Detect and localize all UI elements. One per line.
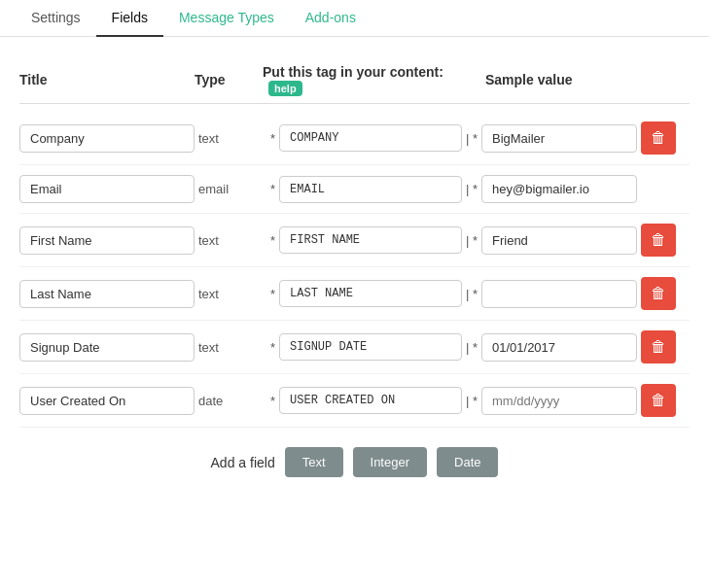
add-field-label: Add a field — [211, 455, 275, 470]
tab-fields[interactable]: Fields — [96, 0, 163, 37]
sample-input-first-name[interactable] — [481, 226, 637, 255]
tag-star-left: * — [270, 340, 275, 355]
tag-star-right: | * — [466, 233, 478, 248]
tag-wrapper-last-name: *| * — [270, 280, 478, 307]
header-sample: Sample value — [485, 72, 641, 87]
table-row: email*| * — [19, 165, 690, 214]
tag-star-left: * — [270, 182, 275, 196]
header-type: Type — [195, 72, 263, 87]
delete-button-first-name[interactable]: 🗑 — [641, 224, 676, 257]
field-type-user-created-on: date — [198, 394, 266, 408]
tab-settings[interactable]: Settings — [16, 0, 96, 37]
tag-star-right: | * — [466, 287, 478, 301]
table-header: Title Type Put this tag in your content:… — [19, 56, 690, 104]
field-title-company[interactable] — [19, 124, 195, 153]
delete-button-company[interactable]: 🗑 — [641, 121, 676, 155]
add-integer-button[interactable]: Integer — [353, 447, 427, 477]
fields-content: Title Type Put this tag in your content:… — [0, 37, 709, 506]
tab-message-types[interactable]: Message Types — [163, 0, 290, 37]
sample-input-company[interactable] — [481, 124, 637, 153]
field-title-email[interactable] — [19, 175, 195, 203]
sample-input-last-name[interactable] — [481, 280, 637, 308]
tag-input-last-name[interactable] — [279, 280, 462, 307]
tag-wrapper-email: *| * — [270, 176, 478, 203]
add-text-button[interactable]: Text — [285, 447, 343, 477]
tag-star-right: | * — [466, 394, 478, 408]
field-title-first-name[interactable] — [19, 226, 195, 255]
tag-star-right: | * — [466, 131, 478, 146]
table-row: text*| *🗑 — [19, 321, 690, 374]
field-title-last-name[interactable] — [19, 280, 195, 308]
field-type-email: email — [198, 182, 266, 196]
field-type-last-name: text — [198, 287, 266, 301]
tag-star-left: * — [270, 131, 275, 146]
tag-input-company[interactable] — [279, 124, 462, 152]
tab-add-ons[interactable]: Add-ons — [290, 0, 372, 37]
tag-star-left: * — [270, 233, 275, 248]
field-type-company: text — [198, 131, 266, 146]
sample-input-email[interactable] — [481, 175, 637, 203]
table-row: text*| *🗑 — [19, 267, 690, 321]
tag-input-user-created-on[interactable] — [279, 387, 462, 414]
table-row: date*| *🗑 — [19, 374, 690, 428]
tag-wrapper-signup-date: *| * — [270, 333, 478, 361]
tag-wrapper-first-name: *| * — [270, 226, 478, 254]
field-title-signup-date[interactable] — [19, 333, 195, 362]
tag-star-right: | * — [466, 340, 478, 355]
header-title: Title — [19, 72, 195, 87]
tab-bar: Settings Fields Message Types Add-ons — [0, 0, 709, 37]
tag-input-signup-date[interactable] — [279, 333, 462, 361]
sample-input-user-created-on[interactable] — [481, 387, 637, 415]
sample-input-signup-date[interactable] — [481, 333, 637, 362]
delete-button-signup-date[interactable]: 🗑 — [641, 330, 676, 363]
tag-star-right: | * — [466, 182, 478, 196]
field-type-signup-date: text — [198, 340, 266, 355]
tag-star-left: * — [270, 287, 275, 301]
tag-wrapper-user-created-on: *| * — [270, 387, 478, 414]
tag-input-email[interactable] — [279, 176, 462, 203]
tag-input-first-name[interactable] — [279, 226, 462, 254]
table-row: text*| *🗑 — [19, 214, 690, 267]
field-type-first-name: text — [198, 233, 266, 248]
tag-wrapper-company: *| * — [270, 124, 478, 152]
add-date-button[interactable]: Date — [437, 447, 498, 477]
delete-button-user-created-on[interactable]: 🗑 — [641, 384, 676, 417]
field-rows: text*| *🗑email*| *text*| *🗑text*| *🗑text… — [19, 112, 690, 428]
add-field-row: Add a field Text Integer Date — [19, 428, 690, 487]
header-tag: Put this tag in your content: help — [263, 64, 485, 95]
field-title-user-created-on[interactable] — [19, 387, 195, 415]
tag-star-left: * — [270, 394, 275, 408]
delete-button-last-name[interactable]: 🗑 — [641, 277, 676, 310]
help-badge[interactable]: help — [268, 81, 302, 96]
table-row: text*| *🗑 — [19, 112, 690, 165]
tabs-container: Settings Fields Message Types Add-ons — [0, 0, 709, 37]
